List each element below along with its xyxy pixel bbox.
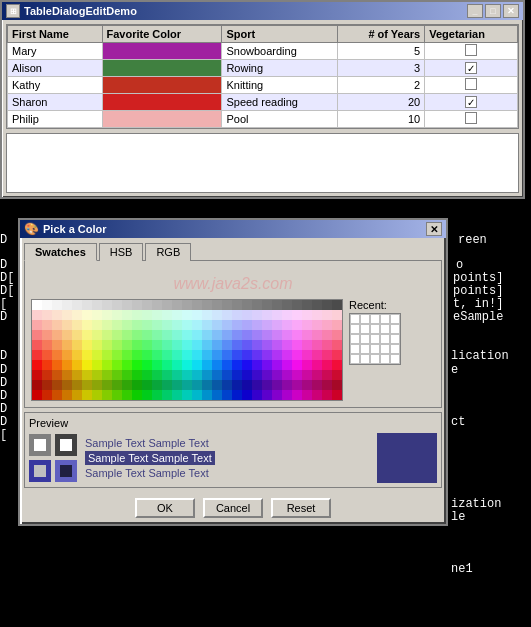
color-swatch-cell[interactable] (292, 380, 302, 390)
color-swatch-cell[interactable] (62, 300, 72, 310)
color-swatch-cell[interactable] (322, 370, 332, 380)
color-swatch-cell[interactable] (182, 340, 192, 350)
color-swatch-cell[interactable] (262, 390, 272, 400)
color-swatch-cell[interactable] (92, 370, 102, 380)
color-swatch-cell[interactable] (262, 300, 272, 310)
color-swatch-cell[interactable] (272, 350, 282, 360)
color-swatch-cell[interactable] (152, 310, 162, 320)
color-swatch-cell[interactable] (212, 320, 222, 330)
color-swatch-cell[interactable] (172, 380, 182, 390)
color-swatch-cell[interactable] (262, 380, 272, 390)
color-swatch-cell[interactable] (282, 300, 292, 310)
color-swatch-cell[interactable] (232, 380, 242, 390)
color-swatch-cell[interactable] (272, 320, 282, 330)
color-swatch-cell[interactable] (122, 340, 132, 350)
color-swatch-cell[interactable] (322, 310, 332, 320)
color-swatch-cell[interactable] (142, 300, 152, 310)
color-swatch-cell[interactable] (102, 360, 112, 370)
color-swatch-cell[interactable] (332, 300, 342, 310)
color-swatch-cell[interactable] (272, 370, 282, 380)
color-swatch-cell[interactable] (92, 390, 102, 400)
color-swatch-cell[interactable] (202, 310, 212, 320)
color-swatch-cell[interactable] (62, 330, 72, 340)
color-swatch-cell[interactable] (162, 320, 172, 330)
color-swatch-cell[interactable] (302, 330, 312, 340)
color-swatch-cell[interactable] (82, 380, 92, 390)
color-swatch-cell[interactable] (212, 350, 222, 360)
reset-button[interactable]: Reset (271, 498, 331, 518)
color-swatch-cell[interactable] (152, 340, 162, 350)
color-swatch-cell[interactable] (112, 310, 122, 320)
color-swatch-cell[interactable] (212, 370, 222, 380)
color-swatch-cell[interactable] (82, 370, 92, 380)
color-swatch-cell[interactable] (82, 330, 92, 340)
color-swatch-cell[interactable] (282, 340, 292, 350)
color-swatch-cell[interactable] (202, 380, 212, 390)
color-swatch-cell[interactable] (62, 310, 72, 320)
color-swatch-cell[interactable] (332, 310, 342, 320)
color-swatch-cell[interactable] (102, 370, 112, 380)
color-swatch-cell[interactable] (292, 360, 302, 370)
color-swatch-cell[interactable] (312, 390, 322, 400)
color-swatch-cell[interactable] (242, 390, 252, 400)
color-swatch-cell[interactable] (102, 320, 112, 330)
color-swatch-cell[interactable] (142, 390, 152, 400)
color-swatch-cell[interactable] (212, 300, 222, 310)
color-swatch-cell[interactable] (212, 380, 222, 390)
color-swatch-cell[interactable] (282, 370, 292, 380)
minimize-button[interactable]: _ (467, 4, 483, 18)
color-swatch-cell[interactable] (312, 310, 322, 320)
color-swatch-cell[interactable] (192, 370, 202, 380)
color-swatch-cell[interactable] (292, 310, 302, 320)
color-swatch-cell[interactable] (242, 370, 252, 380)
color-swatch-cell[interactable] (222, 360, 232, 370)
color-swatch-cell[interactable] (72, 370, 82, 380)
color-swatch-cell[interactable] (122, 300, 132, 310)
color-swatch-cell[interactable] (242, 340, 252, 350)
color-swatch-cell[interactable] (282, 360, 292, 370)
color-swatch-cell[interactable] (52, 320, 62, 330)
color-swatch-cell[interactable] (262, 320, 272, 330)
color-swatch-cell[interactable] (112, 340, 122, 350)
color-swatch-cell[interactable] (72, 340, 82, 350)
recent-color-cell[interactable] (350, 314, 360, 324)
color-swatch-cell[interactable] (182, 310, 192, 320)
color-swatch-cell[interactable] (282, 320, 292, 330)
cell-veg[interactable] (425, 43, 518, 60)
color-swatch-cell[interactable] (42, 320, 52, 330)
color-swatch-cell[interactable] (112, 360, 122, 370)
color-swatch-cell[interactable] (192, 360, 202, 370)
color-swatch-cell[interactable] (182, 330, 192, 340)
color-swatch-cell[interactable] (152, 330, 162, 340)
color-swatch-cell[interactable] (292, 300, 302, 310)
ok-button[interactable]: OK (135, 498, 195, 518)
recent-color-cell[interactable] (380, 324, 390, 334)
color-swatch-cell[interactable] (132, 330, 142, 340)
color-swatch-cell[interactable] (292, 390, 302, 400)
color-swatch-cell[interactable] (42, 360, 52, 370)
color-swatch-cell[interactable] (92, 310, 102, 320)
color-swatch-cell[interactable] (222, 340, 232, 350)
color-swatch-cell[interactable] (182, 300, 192, 310)
recent-color-cell[interactable] (370, 314, 380, 324)
color-swatch-cell[interactable] (282, 330, 292, 340)
color-swatch-cell[interactable] (152, 300, 162, 310)
color-swatch-cell[interactable] (112, 390, 122, 400)
recent-color-cell[interactable] (360, 354, 370, 364)
color-swatch-cell[interactable] (32, 300, 42, 310)
color-swatch-cell[interactable] (62, 390, 72, 400)
color-swatch-cell[interactable] (142, 310, 152, 320)
vegetarian-checkbox[interactable] (465, 44, 477, 56)
color-swatch-cell[interactable] (232, 340, 242, 350)
color-swatch-cell[interactable] (332, 330, 342, 340)
color-swatch-cell[interactable] (322, 360, 332, 370)
color-swatch-cell[interactable] (172, 360, 182, 370)
color-swatch-cell[interactable] (72, 300, 82, 310)
cell-color[interactable] (102, 77, 222, 94)
color-swatch-cell[interactable] (242, 380, 252, 390)
recent-color-cell[interactable] (380, 314, 390, 324)
color-swatch-cell[interactable] (172, 320, 182, 330)
color-swatch-cell[interactable] (222, 320, 232, 330)
recent-color-cell[interactable] (380, 334, 390, 344)
color-swatch-cell[interactable] (242, 360, 252, 370)
